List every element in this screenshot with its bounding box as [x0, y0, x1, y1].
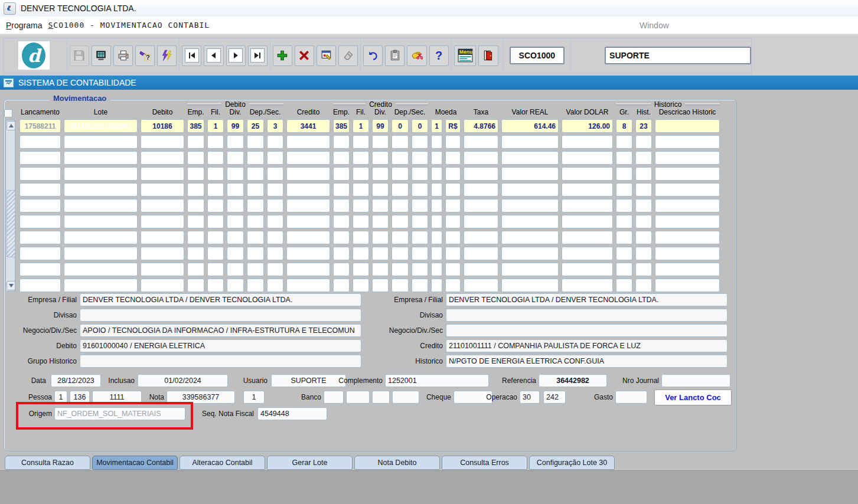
- nro-journal-field[interactable]: [661, 374, 730, 387]
- cell-empty[interactable]: [333, 215, 350, 228]
- cell-empty[interactable]: [445, 151, 461, 165]
- cell-empty[interactable]: [392, 135, 409, 149]
- cell-empty[interactable]: [333, 167, 350, 181]
- cell-cre_fil[interactable]: 1: [353, 119, 369, 133]
- cell-empty[interactable]: [333, 231, 350, 244]
- cell-empty[interactable]: [562, 199, 613, 212]
- cell-empty[interactable]: [267, 263, 283, 276]
- cell-empty[interactable]: [431, 215, 442, 228]
- cell-empty[interactable]: [464, 167, 498, 181]
- cell-empty[interactable]: [64, 167, 138, 181]
- cell-empty[interactable]: [412, 199, 428, 212]
- cell-empty[interactable]: [635, 199, 652, 212]
- cell-empty[interactable]: [64, 151, 138, 165]
- cell-empty[interactable]: [445, 279, 461, 292]
- cell-empty[interactable]: [353, 279, 369, 292]
- detail-field[interactable]: [446, 309, 727, 322]
- seq-nota-fiscal-field[interactable]: 4549448: [257, 407, 327, 420]
- cell-empty[interactable]: [333, 183, 350, 197]
- cell-empty[interactable]: [247, 215, 264, 228]
- cell-empty[interactable]: [464, 215, 498, 228]
- help-button[interactable]: ?: [429, 45, 449, 66]
- cell-credito[interactable]: 3441: [286, 119, 330, 133]
- save-button[interactable]: [70, 45, 89, 66]
- cell-empty[interactable]: [635, 263, 652, 276]
- cell-empty[interactable]: [431, 167, 442, 181]
- cell-empty[interactable]: [372, 199, 389, 212]
- program-code-field[interactable]: SCO1000: [510, 47, 565, 64]
- cell-moeda_num[interactable]: 1: [431, 119, 442, 133]
- cell-empty[interactable]: [501, 215, 559, 228]
- cell-empty[interactable]: [372, 135, 389, 149]
- cell-empty[interactable]: [207, 247, 224, 260]
- ver-lancto-coc-button[interactable]: Ver Lancto Coc: [654, 390, 732, 405]
- cell-empty[interactable]: [227, 199, 244, 212]
- cell-empty[interactable]: [227, 215, 244, 228]
- cell-empty[interactable]: [64, 231, 138, 244]
- cell-empty[interactable]: [412, 215, 428, 228]
- cell-empty[interactable]: [353, 247, 369, 260]
- cell-empty[interactable]: [655, 247, 720, 260]
- cell-empty[interactable]: [286, 151, 330, 165]
- cell-empty[interactable]: [247, 167, 264, 181]
- cell-empty[interactable]: [501, 167, 559, 181]
- cell-empty[interactable]: [616, 135, 632, 149]
- tab-gerar-lote[interactable]: Gerar Lote: [267, 456, 353, 470]
- help-search-button[interactable]: ?: [135, 45, 155, 66]
- cell-empty[interactable]: [392, 247, 409, 260]
- menu-program-title[interactable]: SCO1000 - MOVIMENTACAO CONTABIL: [48, 21, 210, 30]
- username-field[interactable]: SUPORTE: [605, 47, 751, 64]
- cell-empty[interactable]: [501, 231, 559, 244]
- cell-empty[interactable]: [464, 135, 498, 149]
- cell-empty[interactable]: [431, 263, 442, 276]
- cell-empty[interactable]: [562, 183, 613, 197]
- cell-empty[interactable]: [562, 215, 613, 228]
- tab-consulta-erros[interactable]: Consulta Erros: [442, 456, 527, 470]
- cell-empty[interactable]: [227, 231, 244, 244]
- cell-empty[interactable]: [431, 151, 442, 165]
- cell-empty[interactable]: [353, 231, 369, 244]
- cell-empty[interactable]: [464, 199, 498, 212]
- detail-field[interactable]: [80, 355, 361, 368]
- cell-empty[interactable]: [187, 263, 204, 276]
- cell-valor_real[interactable]: 614.46: [501, 119, 559, 133]
- cell-empty[interactable]: [635, 135, 652, 149]
- cell-empty[interactable]: [64, 263, 138, 276]
- cell-deb_emp[interactable]: 385: [187, 119, 204, 133]
- cell-empty[interactable]: [267, 247, 283, 260]
- detail-field[interactable]: [80, 309, 361, 322]
- cell-empty[interactable]: [141, 199, 184, 212]
- cell-taxa[interactable]: 4.8766: [464, 119, 498, 133]
- banco-4-field[interactable]: [392, 391, 419, 404]
- cell-gr[interactable]: 8: [616, 119, 632, 133]
- cell-empty[interactable]: [635, 215, 652, 228]
- cell-empty[interactable]: [286, 199, 330, 212]
- first-record-button[interactable]: [182, 45, 201, 66]
- cell-empty[interactable]: [655, 263, 720, 276]
- cell-empty[interactable]: [353, 151, 369, 165]
- cell-empty[interactable]: [19, 231, 61, 244]
- cell-empty[interactable]: [616, 231, 632, 244]
- cell-empty[interactable]: [616, 183, 632, 197]
- cell-empty[interactable]: [372, 247, 389, 260]
- cell-empty[interactable]: [392, 151, 409, 165]
- cell-empty[interactable]: [616, 263, 632, 276]
- cell-empty[interactable]: [616, 247, 632, 260]
- referencia-field[interactable]: 36442982: [539, 374, 607, 387]
- previous-record-button[interactable]: [204, 45, 223, 66]
- cell-empty[interactable]: [286, 279, 330, 292]
- tab-configura-o-lote-30[interactable]: Configuração Lote 30: [529, 456, 615, 470]
- scroll-up-icon[interactable]: [6, 121, 15, 130]
- cell-empty[interactable]: [19, 215, 61, 228]
- cell-empty[interactable]: [247, 231, 264, 244]
- cell-empty[interactable]: [353, 167, 369, 181]
- cell-empty[interactable]: [445, 183, 461, 197]
- cell-empty[interactable]: [412, 279, 428, 292]
- cell-empty[interactable]: [431, 279, 442, 292]
- clear-record-button[interactable]: [338, 45, 358, 66]
- cell-empty[interactable]: [412, 263, 428, 276]
- cell-empty[interactable]: [207, 199, 224, 212]
- cell-descricao[interactable]: [655, 119, 720, 133]
- cell-empty[interactable]: [286, 183, 330, 197]
- tab-nota-debito[interactable]: Nota Debito: [354, 456, 440, 470]
